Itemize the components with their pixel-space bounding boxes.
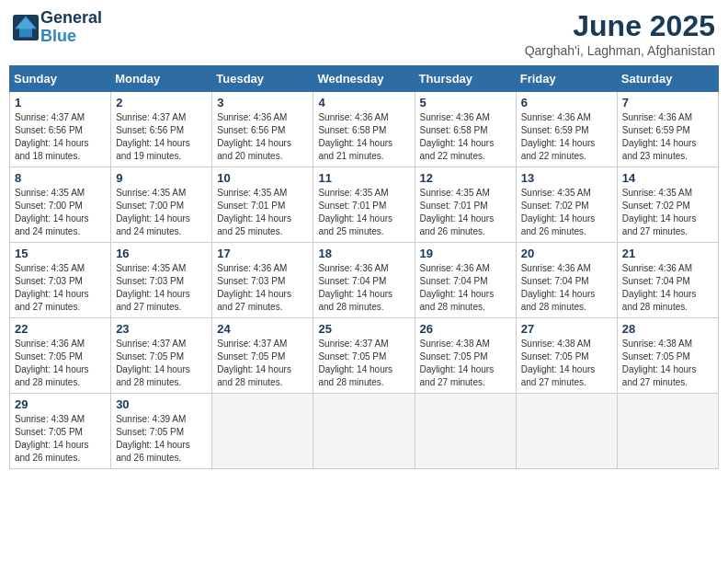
location: Qarghah'i, Laghman, Afghanistan (525, 43, 715, 58)
calendar-cell: 14 Sunrise: 4:35 AMSunset: 7:02 PMDaylig… (617, 167, 718, 243)
day-info: Sunrise: 4:35 AMSunset: 7:02 PMDaylight:… (521, 187, 612, 238)
day-number: 25 (318, 322, 409, 336)
calendar-cell: 2 Sunrise: 4:37 AMSunset: 6:56 PMDayligh… (111, 92, 212, 167)
title-area: June 2025 Qarghah'i, Laghman, Afghanista… (525, 9, 715, 58)
day-info: Sunrise: 4:35 AMSunset: 7:02 PMDaylight:… (622, 187, 713, 238)
day-number: 4 (318, 96, 409, 109)
col-header-monday: Monday (111, 66, 212, 92)
col-header-tuesday: Tuesday (212, 66, 313, 92)
day-number: 10 (217, 171, 308, 185)
day-info: Sunrise: 4:36 AMSunset: 6:56 PMDaylight:… (217, 111, 308, 163)
day-info: Sunrise: 4:36 AMSunset: 7:04 PMDaylight:… (420, 262, 511, 314)
day-info: Sunrise: 4:39 AMSunset: 7:05 PMDaylight:… (15, 413, 106, 465)
calendar-cell: 5 Sunrise: 4:36 AMSunset: 6:58 PMDayligh… (415, 92, 516, 167)
day-info: Sunrise: 4:37 AMSunset: 7:05 PMDaylight:… (217, 338, 308, 389)
day-number: 9 (116, 171, 207, 185)
day-number: 2 (116, 96, 207, 109)
day-number: 23 (116, 322, 207, 336)
logo: General Blue (13, 9, 102, 46)
day-number: 17 (217, 247, 308, 260)
calendar-cell: 29 Sunrise: 4:39 AMSunset: 7:05 PMDaylig… (10, 394, 111, 469)
day-number: 7 (622, 96, 713, 109)
day-info: Sunrise: 4:35 AMSunset: 7:00 PMDaylight:… (116, 187, 207, 238)
calendar-week-row: 15 Sunrise: 4:35 AMSunset: 7:03 PMDaylig… (10, 243, 719, 318)
calendar-week-row: 22 Sunrise: 4:36 AMSunset: 7:05 PMDaylig… (10, 318, 719, 394)
calendar-cell: 25 Sunrise: 4:37 AMSunset: 7:05 PMDaylig… (313, 318, 415, 394)
calendar-cell: 27 Sunrise: 4:38 AMSunset: 7:05 PMDaylig… (516, 318, 617, 394)
day-info: Sunrise: 4:38 AMSunset: 7:05 PMDaylight:… (420, 338, 511, 389)
calendar-cell (313, 394, 415, 469)
day-info: Sunrise: 4:37 AMSunset: 7:05 PMDaylight:… (116, 338, 207, 389)
day-number: 18 (318, 247, 409, 260)
day-info: Sunrise: 4:37 AMSunset: 6:56 PMDaylight:… (15, 111, 106, 163)
calendar-cell: 12 Sunrise: 4:35 AMSunset: 7:01 PMDaylig… (415, 167, 516, 243)
calendar-cell: 3 Sunrise: 4:36 AMSunset: 6:56 PMDayligh… (212, 92, 313, 167)
calendar-cell: 17 Sunrise: 4:36 AMSunset: 7:03 PMDaylig… (212, 243, 313, 318)
calendar-cell (415, 394, 516, 469)
day-info: Sunrise: 4:36 AMSunset: 7:03 PMDaylight:… (217, 262, 308, 314)
calendar-cell: 18 Sunrise: 4:36 AMSunset: 7:04 PMDaylig… (313, 243, 415, 318)
day-info: Sunrise: 4:38 AMSunset: 7:05 PMDaylight:… (622, 338, 713, 389)
day-info: Sunrise: 4:36 AMSunset: 6:59 PMDaylight:… (521, 111, 612, 163)
day-info: Sunrise: 4:35 AMSunset: 7:01 PMDaylight:… (217, 187, 308, 238)
day-number: 5 (420, 96, 511, 109)
day-number: 15 (15, 247, 106, 260)
day-number: 22 (15, 322, 106, 336)
col-header-friday: Friday (516, 66, 617, 92)
day-number: 20 (521, 247, 612, 260)
day-number: 27 (521, 322, 612, 336)
col-header-thursday: Thursday (415, 66, 516, 92)
day-info: Sunrise: 4:38 AMSunset: 7:05 PMDaylight:… (521, 338, 612, 389)
day-info: Sunrise: 4:36 AMSunset: 7:04 PMDaylight:… (521, 262, 612, 314)
day-info: Sunrise: 4:39 AMSunset: 7:05 PMDaylight:… (116, 413, 207, 465)
calendar-cell (212, 394, 313, 469)
col-header-sunday: Sunday (10, 66, 111, 92)
calendar-cell: 9 Sunrise: 4:35 AMSunset: 7:00 PMDayligh… (111, 167, 212, 243)
page-header: General Blue June 2025 Qarghah'i, Laghma… (9, 9, 719, 58)
col-header-wednesday: Wednesday (313, 66, 415, 92)
calendar-cell: 13 Sunrise: 4:35 AMSunset: 7:02 PMDaylig… (516, 167, 617, 243)
day-number: 29 (15, 397, 106, 411)
calendar-cell: 26 Sunrise: 4:38 AMSunset: 7:05 PMDaylig… (415, 318, 516, 394)
day-number: 19 (420, 247, 511, 260)
calendar-cell: 8 Sunrise: 4:35 AMSunset: 7:00 PMDayligh… (10, 167, 111, 243)
calendar-cell: 20 Sunrise: 4:36 AMSunset: 7:04 PMDaylig… (516, 243, 617, 318)
day-info: Sunrise: 4:37 AMSunset: 6:56 PMDaylight:… (116, 111, 207, 163)
calendar-cell: 10 Sunrise: 4:35 AMSunset: 7:01 PMDaylig… (212, 167, 313, 243)
calendar-cell: 7 Sunrise: 4:36 AMSunset: 6:59 PMDayligh… (617, 92, 718, 167)
day-info: Sunrise: 4:35 AMSunset: 7:03 PMDaylight:… (15, 262, 106, 314)
day-info: Sunrise: 4:36 AMSunset: 6:59 PMDaylight:… (622, 111, 713, 163)
calendar-cell: 16 Sunrise: 4:35 AMSunset: 7:03 PMDaylig… (111, 243, 212, 318)
day-number: 11 (318, 171, 409, 185)
day-number: 14 (622, 171, 713, 185)
day-number: 8 (15, 171, 106, 185)
day-number: 3 (217, 96, 308, 109)
calendar-cell: 4 Sunrise: 4:36 AMSunset: 6:58 PMDayligh… (313, 92, 415, 167)
calendar-cell (617, 394, 718, 469)
logo-icon (13, 15, 39, 40)
calendar-week-row: 1 Sunrise: 4:37 AMSunset: 6:56 PMDayligh… (10, 92, 719, 167)
day-info: Sunrise: 4:36 AMSunset: 7:05 PMDaylight:… (15, 338, 106, 389)
day-info: Sunrise: 4:35 AMSunset: 7:00 PMDaylight:… (15, 187, 106, 238)
day-info: Sunrise: 4:36 AMSunset: 7:04 PMDaylight:… (622, 262, 713, 314)
calendar-cell: 22 Sunrise: 4:36 AMSunset: 7:05 PMDaylig… (10, 318, 111, 394)
calendar-cell: 1 Sunrise: 4:37 AMSunset: 6:56 PMDayligh… (10, 92, 111, 167)
calendar-cell (516, 394, 617, 469)
calendar-week-row: 29 Sunrise: 4:39 AMSunset: 7:05 PMDaylig… (10, 394, 719, 469)
calendar-cell: 30 Sunrise: 4:39 AMSunset: 7:05 PMDaylig… (111, 394, 212, 469)
day-number: 28 (622, 322, 713, 336)
day-number: 1 (15, 96, 106, 109)
calendar-table: SundayMondayTuesdayWednesdayThursdayFrid… (9, 65, 719, 469)
day-info: Sunrise: 4:36 AMSunset: 6:58 PMDaylight:… (420, 111, 511, 163)
day-info: Sunrise: 4:35 AMSunset: 7:01 PMDaylight:… (420, 187, 511, 238)
logo-text: General Blue (40, 9, 102, 46)
day-number: 13 (521, 171, 612, 185)
calendar-cell: 21 Sunrise: 4:36 AMSunset: 7:04 PMDaylig… (617, 243, 718, 318)
calendar-cell: 24 Sunrise: 4:37 AMSunset: 7:05 PMDaylig… (212, 318, 313, 394)
month-title: June 2025 (525, 9, 715, 43)
calendar-cell: 28 Sunrise: 4:38 AMSunset: 7:05 PMDaylig… (617, 318, 718, 394)
calendar-week-row: 8 Sunrise: 4:35 AMSunset: 7:00 PMDayligh… (10, 167, 719, 243)
calendar-cell: 19 Sunrise: 4:36 AMSunset: 7:04 PMDaylig… (415, 243, 516, 318)
calendar-cell: 23 Sunrise: 4:37 AMSunset: 7:05 PMDaylig… (111, 318, 212, 394)
col-header-saturday: Saturday (617, 66, 718, 92)
